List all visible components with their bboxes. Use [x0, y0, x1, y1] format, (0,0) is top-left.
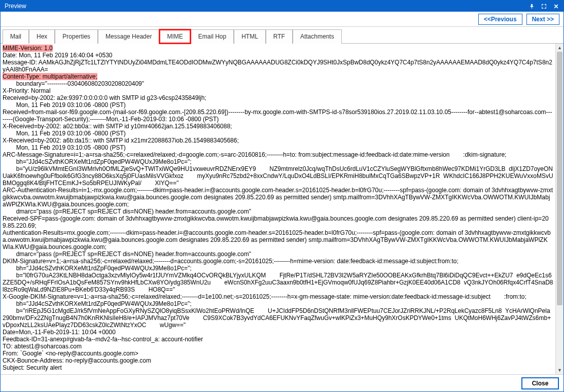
tab-email-hop[interactable]: Email Hop	[191, 29, 234, 44]
nav-toolbar: <<Previous Next >>	[1, 12, 563, 27]
titlebar-buttons	[527, 2, 560, 11]
next-button[interactable]: Next >>	[526, 14, 559, 25]
scroll-up-icon[interactable]: ▲	[556, 44, 563, 52]
highlight-mime-version: MIME-Version: 1.0	[3, 45, 53, 52]
previous-button[interactable]: <<Previous	[478, 14, 522, 25]
tab-properties[interactable]: Properties	[55, 29, 98, 44]
scroll-down-icon[interactable]: ▼	[556, 366, 563, 374]
content-area: MIME-Version: 1.0 Date: Mon, 11 Feb 2019…	[1, 44, 563, 374]
footer: Close	[1, 374, 563, 391]
tab-attachments[interactable]: Attachments	[293, 29, 342, 44]
tab-rtf[interactable]: RTF	[266, 29, 293, 44]
window-title: Preview	[5, 3, 527, 10]
close-icon[interactable]	[551, 2, 560, 11]
tab-mail[interactable]: Mail	[3, 29, 29, 44]
titlebar: Preview	[1, 1, 563, 12]
tab-hex[interactable]: Hex	[29, 29, 55, 44]
tab-mime[interactable]: MIME	[159, 29, 190, 44]
scroll-thumb[interactable]	[557, 52, 562, 305]
maximize-icon[interactable]	[539, 2, 548, 11]
tabstrip: MailHexPropertiesMessage HeaderMIMEEmail…	[1, 29, 563, 44]
mime-text: MIME-Version: 1.0 Date: Mon, 11 Feb 2019…	[1, 44, 555, 374]
vertical-scrollbar[interactable]: ▲ ▼	[555, 44, 563, 374]
highlight-content-type-multipart: Content-Type: multipart/alternative;	[3, 73, 97, 80]
pin-icon[interactable]	[527, 2, 536, 11]
close-button[interactable]: Close	[522, 378, 558, 389]
preview-window: Preview <<Previous Next >> MailHexProper…	[0, 0, 564, 392]
tab-html[interactable]: HTML	[234, 29, 266, 44]
tab-message-header[interactable]: Message Header	[98, 29, 159, 44]
